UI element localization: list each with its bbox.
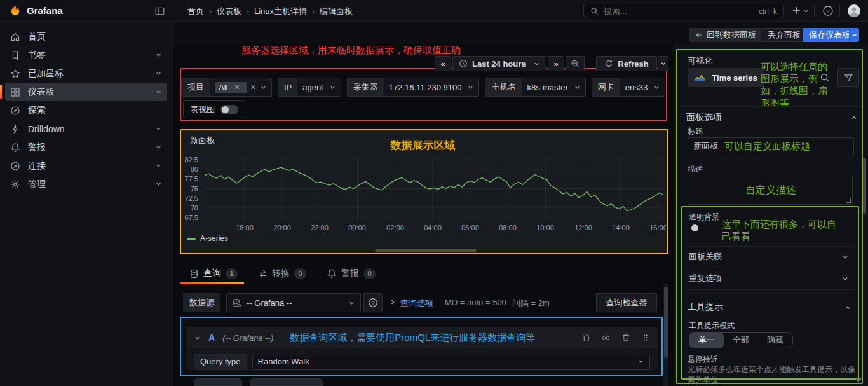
avatar[interactable]	[848, 4, 860, 17]
tab-转换[interactable]: 转换0	[258, 268, 306, 284]
sidebar-item-drilldown[interactable]: Drilldown	[5, 120, 167, 138]
sidebar-item-bookmark[interactable]: 书签	[5, 46, 167, 64]
help-icon[interactable]: ?	[822, 5, 834, 17]
resize-handle-icon[interactable]	[846, 198, 851, 203]
tooltip-section-header[interactable]: 工具提示	[688, 301, 723, 313]
panel-links-header[interactable]: 面板关联	[689, 251, 722, 263]
tooltip-mode-option[interactable]: 单一	[689, 332, 724, 348]
save-options-chevron-button[interactable]	[849, 28, 859, 42]
chevron-down-icon[interactable]	[155, 125, 162, 132]
sidebar-item-home[interactable]: 首页	[5, 27, 167, 46]
chevron-up-icon[interactable]	[850, 114, 858, 121]
drag-handle-icon[interactable]	[641, 333, 650, 342]
duplicate-query-icon[interactable]	[581, 333, 590, 342]
refresh-button[interactable]: Refresh	[596, 56, 657, 71]
panel-title-input[interactable]: 新面板 可以自定义面板标题	[688, 137, 854, 155]
search-input[interactable]	[604, 6, 754, 16]
delete-query-trash-icon[interactable]	[621, 333, 630, 342]
scrollbar-thumb[interactable]	[863, 158, 866, 214]
variable-filter[interactable]: 网卡ens33	[592, 78, 665, 97]
table-view-toggle[interactable]	[220, 105, 238, 114]
back-to-dashboard-button[interactable]: 回到数据面板	[689, 28, 763, 42]
breadcrumb-item[interactable]: 首页	[187, 6, 204, 17]
clear-all-icon[interactable]: ✕	[247, 83, 259, 92]
variable-filter[interactable]: 主机名k8s-master	[485, 78, 585, 97]
tab-警报[interactable]: 警报0	[327, 268, 376, 284]
search-box[interactable]: ctrl+k	[583, 4, 784, 18]
panel-description-textarea[interactable]: 自定义描述	[689, 176, 853, 205]
chevron-up-icon[interactable]	[844, 304, 851, 312]
repeat-options-header[interactable]: 重复选项	[689, 273, 722, 284]
tooltip-mode-option[interactable]: 隐藏	[758, 332, 792, 348]
chevron-down-icon[interactable]	[653, 84, 665, 91]
sidebar-toggle-icon[interactable]	[154, 6, 165, 17]
time-series-plot[interactable]	[205, 156, 663, 221]
variable-filter[interactable]: 采集器172.16.11.230:9100	[347, 78, 480, 97]
angle-right-icon[interactable]	[389, 298, 397, 306]
tab-count-badge: 1	[226, 268, 238, 279]
time-range-forward-button[interactable]: »	[548, 56, 564, 71]
chevron-down-icon[interactable]	[155, 70, 162, 77]
query-inspector-button[interactable]: 查询检查器	[596, 293, 657, 312]
divider	[677, 106, 862, 107]
sidebar-item-bell[interactable]: 警报	[5, 138, 167, 156]
legend[interactable]: A-series	[187, 234, 228, 243]
panel-horizontal-scrollbar[interactable]	[375, 249, 477, 252]
collapse-chevron-icon[interactable]	[194, 334, 201, 341]
add-query-button[interactable]	[194, 378, 242, 386]
sidebar-item-compass[interactable]: 探索	[5, 101, 167, 120]
sidebar-item-apps[interactable]: 仪表板	[5, 83, 167, 101]
visualization-label: 可视化	[688, 55, 712, 67]
discard-panel-button[interactable]: 丢弃面板	[761, 28, 808, 42]
chevron-down-icon[interactable]	[155, 144, 162, 151]
sidebar-item-label: 已加星标	[28, 68, 147, 79]
query-type-label: Query type	[194, 354, 247, 370]
chevron-down-icon[interactable]	[841, 253, 849, 261]
breadcrumb-item[interactable]: 仪表板	[217, 6, 241, 17]
add-icon[interactable]	[791, 5, 802, 16]
sidebar-item-label: 仪表板	[28, 86, 147, 98]
transform-icon	[258, 269, 268, 279]
add-expression-button[interactable]	[250, 378, 323, 386]
datasource-select[interactable]: -- Grafana --	[226, 293, 361, 312]
query-row-header[interactable]: A (-- Grafana --) 数据查询区域，需要使用PromQL来进行服务…	[186, 327, 658, 348]
scrollbar-thumb[interactable]	[664, 287, 668, 358]
remove-value-icon[interactable]: ✕	[231, 83, 243, 92]
viz-filter-button[interactable]	[837, 68, 859, 87]
sidebar-item-star[interactable]: 已加星标	[5, 64, 167, 83]
breadcrumb-item[interactable]: 编辑面板	[320, 6, 353, 17]
panel-options-header[interactable]: 面板选项	[686, 112, 722, 123]
chevron-down-icon[interactable]	[155, 52, 162, 59]
datasource-help-button[interactable]: ?	[363, 293, 383, 312]
sidebar-item-gear[interactable]: 管理	[5, 175, 167, 193]
visualization-picker-button[interactable]: Time series	[688, 68, 764, 87]
time-range-picker-button[interactable]: Last 24 hours	[452, 56, 546, 71]
chevron-down-icon[interactable]	[259, 84, 271, 91]
variable-value-pill[interactable]: All✕	[215, 82, 247, 93]
sidebar-item-plug[interactable]: 连接	[5, 156, 167, 175]
tooltip-mode-option[interactable]: 全部	[724, 332, 758, 348]
variable-label: 网卡	[592, 78, 620, 96]
chevron-down-icon[interactable]	[573, 84, 585, 91]
scroll-down-arrow-icon[interactable]	[855, 378, 862, 382]
chevron-down-icon[interactable]	[155, 181, 162, 188]
query-type-select[interactable]: Random Walk	[252, 354, 650, 370]
zoom-out-time-button[interactable]	[566, 56, 585, 71]
chevron-down-icon[interactable]	[155, 162, 162, 169]
add-chevron-down-icon[interactable]	[803, 8, 810, 15]
x-tick-label: 08:00	[499, 224, 517, 231]
variable-value: ens33	[620, 83, 653, 92]
chevron-down-icon[interactable]	[466, 84, 478, 91]
refresh-interval-chevron-button[interactable]	[658, 56, 668, 71]
query-options-link[interactable]: 查询选项	[400, 298, 433, 309]
breadcrumb-item[interactable]: Linux主机详情	[254, 6, 307, 17]
variable-filter[interactable]: 项目All✕✕	[181, 78, 272, 97]
chevron-down-icon[interactable]	[329, 84, 341, 91]
variable-filter[interactable]: IPagent	[278, 78, 341, 97]
chevron-down-icon[interactable]	[155, 88, 162, 95]
tab-查询[interactable]: 查询1	[189, 268, 238, 284]
hide-query-eye-icon[interactable]	[601, 333, 611, 343]
chevron-down-icon[interactable]	[841, 275, 849, 282]
annotation-custom-desc: 自定义描述	[745, 184, 796, 197]
time-range-back-button[interactable]: «	[435, 56, 451, 71]
